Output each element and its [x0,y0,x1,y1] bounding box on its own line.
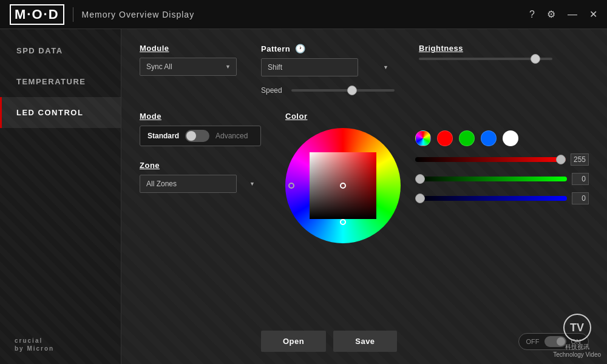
color-wheel-wrapper[interactable] [285,128,401,243]
module-dropdown[interactable]: Sync All Module 1 Module 2 [140,58,237,76]
pattern-label-row: Pattern 🕐 [261,44,395,53]
history-icon[interactable]: 🕐 [295,44,305,53]
module-group: Module Sync All Module 1 Module 2 [140,44,237,76]
mode-standard-label: Standard [148,132,179,140]
settings-icon[interactable]: ⚙ [547,8,555,20]
speed-row: Speed [261,86,395,95]
bottom-row: Mode Standard Advanced Zone All Zones Zo… [140,112,589,243]
color-wheel[interactable] [285,128,401,243]
sidebar-item-led-control[interactable]: LED CONTROL [0,97,121,128]
blue-value: 0 [572,192,589,204]
sidebar: SPD DATA TEMPERATURE LED CONTROL crucial… [0,29,121,364]
help-icon[interactable]: ? [529,9,535,20]
red-slider-row: 255 [415,153,589,166]
main-layout: SPD DATA TEMPERATURE LED CONTROL crucial… [0,29,607,364]
module-dropdown-wrapper[interactable]: Sync All Module 1 Module 2 [140,58,237,76]
watermark: TV 科技视讯 Technology Video [553,314,601,358]
color-wheel-left-dot [288,183,294,189]
speed-label: Speed [261,86,285,95]
content-area: Module Sync All Module 1 Module 2 Patter… [121,29,607,364]
crucial-logo: crucial by Micron [0,324,121,364]
brightness-group: Brightness [419,44,552,60]
color-top: 255 0 0 [285,128,589,243]
color-wheel-center-dot [340,183,346,189]
close-icon[interactable]: ✕ [589,8,597,20]
window-controls: ? ⚙ — ✕ [529,8,597,20]
sidebar-item-spd-data[interactable]: SPD DATA [0,35,121,66]
color-right: 255 0 0 [415,128,589,204]
brightness-label: Brightness [419,44,552,53]
watermark-icon: TV [563,314,591,342]
app-logo: M·O·D [10,4,64,25]
blue-slider[interactable] [415,196,567,201]
mode-toggle[interactable] [185,130,209,142]
minimize-icon[interactable]: — [568,9,577,20]
swatch-white[interactable] [503,130,518,146]
zone-dropdown[interactable]: All Zones Zone 1 Zone 2 [140,175,237,193]
title-bar: M·O·D Memory Overview Display ? ⚙ — ✕ [0,0,607,29]
swatch-green[interactable] [459,130,475,146]
color-wheel-handle [340,219,346,225]
zone-group: Zone All Zones Zone 1 Zone 2 [140,161,261,193]
color-label: Color [285,112,589,121]
red-slider[interactable] [415,157,566,162]
mode-label: Mode [140,112,261,121]
brightness-slider[interactable] [419,58,552,60]
bottom-buttons: Open Save OFF ON [261,331,589,352]
open-button[interactable]: Open [261,331,326,352]
red-value: 255 [571,153,589,166]
blue-slider-row: 0 [415,192,589,204]
pattern-label: Pattern [261,44,290,53]
mode-group: Mode Standard Advanced [140,112,261,146]
mode-toggle-box: Standard Advanced [140,126,261,146]
module-label: Module [140,44,237,53]
color-swatches [415,130,589,146]
swatch-red[interactable] [437,130,453,146]
mode-advanced-label: Advanced [215,132,248,140]
sidebar-item-temperature[interactable]: TEMPERATURE [0,66,121,97]
zone-label: Zone [140,161,261,170]
watermark-subtext: Technology Video [553,351,601,358]
color-column: Color [285,112,589,243]
swatch-rainbow[interactable] [415,130,431,146]
green-slider-row: 0 [415,173,589,185]
save-button[interactable]: Save [333,331,396,352]
mode-zone-column: Mode Standard Advanced Zone All Zones Zo… [140,112,261,193]
pattern-dropdown[interactable]: Shift Static Breathe Color Cycle [261,58,358,76]
pattern-dropdown-wrapper[interactable]: Shift Static Breathe Color Cycle [261,58,395,76]
swatch-blue[interactable] [481,130,497,146]
off-label: OFF [526,338,540,345]
app-title: Memory Overview Display [82,10,195,19]
watermark-text: 科技视讯 [553,343,601,351]
pattern-group: Pattern 🕐 Shift Static Breathe Color Cyc… [261,44,395,95]
zone-dropdown-wrapper[interactable]: All Zones Zone 1 Zone 2 [140,175,261,193]
green-value: 0 [572,173,589,185]
top-row: Module Sync All Module 1 Module 2 Patter… [140,44,589,95]
title-separator [73,7,73,22]
speed-slider[interactable] [291,89,395,92]
green-slider[interactable] [415,177,567,181]
